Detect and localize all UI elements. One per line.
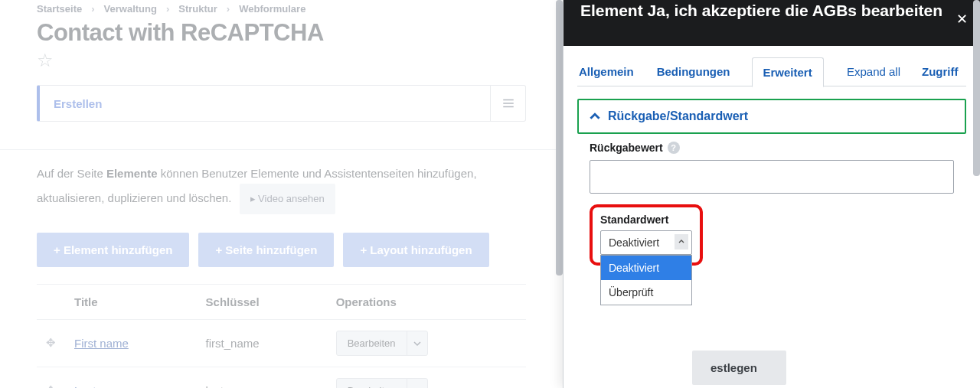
select-selected: Deaktiviert xyxy=(609,236,659,249)
highlight-box: Standardwert Deaktiviert Deaktiviert Übe… xyxy=(590,204,703,266)
chevron-up-icon xyxy=(590,111,600,122)
modal-tabs: Allgemein Bedingungen Erweitert Expand a… xyxy=(577,57,966,86)
select-option[interactable]: Überprüft xyxy=(601,280,691,305)
modal-header: Element Ja, ich akzeptiere die AGBs bear… xyxy=(564,0,980,46)
select-option[interactable]: Deaktiviert xyxy=(601,256,691,280)
close-icon[interactable]: ✕ xyxy=(956,11,968,28)
expand-all-link[interactable]: Expand all xyxy=(847,65,900,78)
help-icon[interactable]: ? xyxy=(668,142,680,154)
default-value-select[interactable]: Deaktiviert Deaktiviert Überprüft xyxy=(600,230,692,255)
default-value-label: Standardwert xyxy=(600,214,692,226)
tab-conditions[interactable]: Bedingungen xyxy=(655,60,732,83)
tab-advanced[interactable]: Erweitert xyxy=(752,57,824,87)
return-value-label: Rückgabewert ? xyxy=(590,142,954,154)
tab-general[interactable]: Allgemein xyxy=(577,60,635,83)
tab-access[interactable]: Zugriff xyxy=(920,60,966,83)
modal-scrollbar[interactable] xyxy=(973,0,980,388)
set-button[interactable]: estlegen xyxy=(692,351,786,385)
fieldset-return-default: Rückgabe/Standardwert xyxy=(577,99,966,134)
fieldset-toggle[interactable]: Rückgabe/Standardwert xyxy=(579,100,965,132)
return-value-input[interactable] xyxy=(590,160,954,194)
select-arrow-icon[interactable] xyxy=(675,234,688,249)
modal-panel: Element Ja, ich akzeptiere die AGBs bear… xyxy=(563,0,980,388)
modal-title: Element Ja, ich akzeptiere die AGBs bear… xyxy=(580,0,963,21)
scrollbar[interactable] xyxy=(556,0,563,388)
select-dropdown: Deaktiviert Überprüft xyxy=(600,255,692,305)
modal-body: Allgemein Bedingungen Erweitert Expand a… xyxy=(564,46,980,289)
fieldset-body: Rückgabewert ? Standardwert Deaktiviert … xyxy=(577,134,966,278)
